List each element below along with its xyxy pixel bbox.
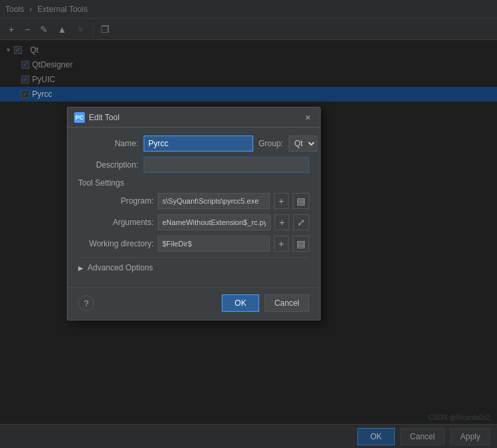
group-select[interactable]: Qt [289,136,317,152]
tool-settings-title: Tool Settings [78,178,309,188]
dialog-title-text: Edit Tool [89,113,120,122]
dialog-ok-button[interactable]: OK [222,294,259,312]
working-dir-browse-button[interactable]: ▤ [293,236,309,252]
dialog-icon: PC [74,112,85,123]
footer-buttons: OK Cancel [222,294,309,312]
help-button[interactable]: ? [78,295,94,311]
dialog-cancel-button[interactable]: Cancel [265,294,309,312]
working-dir-label: Working directory: [84,239,154,248]
working-dir-input[interactable] [158,236,270,252]
arguments-input[interactable] [158,214,271,230]
working-dir-add-button[interactable]: + [274,236,289,252]
program-label: Program: [84,196,154,206]
name-group-row: Name: Group: Qt [78,136,309,152]
advanced-arrow-icon: ▶ [78,264,84,272]
description-row: Description: [78,157,309,173]
arguments-insert-button[interactable]: + [275,214,289,230]
program-browse-button[interactable]: ▤ [293,193,309,209]
advanced-options-header[interactable]: ▶ Advanced Options [78,262,309,274]
description-label: Description: [78,160,138,170]
program-add-button[interactable]: + [274,193,289,209]
dialog-close-button[interactable]: × [303,113,313,122]
dialog-title-bar: PC Edit Tool × [67,107,320,128]
name-input[interactable] [144,136,253,152]
program-input[interactable] [158,193,270,209]
description-input[interactable] [144,157,309,173]
group-label: Group: [259,139,283,148]
dialog-title: PC Edit Tool [74,112,120,123]
name-label: Name: [78,139,138,148]
program-row: Program: + ▤ [78,193,309,209]
edit-tool-dialog: PC Edit Tool × Name: Group: Qt Descripti… [67,107,321,320]
arguments-row: Arguments: + ⤢ [78,214,309,230]
advanced-options-section: ▶ Advanced Options [78,257,309,274]
working-dir-row: Working directory: + ▤ [78,236,309,252]
arguments-macro-button[interactable]: ⤢ [293,214,309,230]
advanced-options-label: Advanced Options [88,263,153,272]
arguments-label: Arguments: [84,218,154,227]
dialog-body: Name: Group: Qt Description: Tool Settin… [67,128,320,284]
dialog-footer: ? OK Cancel [67,287,320,320]
